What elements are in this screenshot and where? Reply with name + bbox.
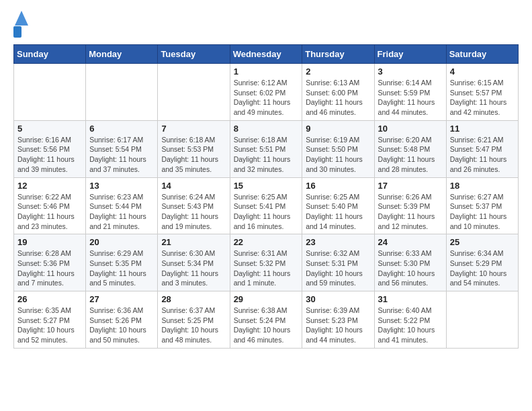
calendar-cell: 1Sunrise: 6:12 AM Sunset: 6:02 PM Daylig… bbox=[230, 64, 302, 121]
logo bbox=[13, 13, 28, 38]
calendar-cell: 10Sunrise: 6:20 AM Sunset: 5:48 PM Dayli… bbox=[374, 120, 446, 177]
calendar-cell: 12Sunrise: 6:22 AM Sunset: 5:46 PM Dayli… bbox=[14, 177, 86, 234]
col-header-saturday: Saturday bbox=[446, 45, 518, 64]
col-header-friday: Friday bbox=[374, 45, 446, 64]
day-number: 22 bbox=[234, 237, 299, 247]
day-info: Sunrise: 6:34 AM Sunset: 5:29 PM Dayligh… bbox=[450, 248, 515, 288]
day-info: Sunrise: 6:38 AM Sunset: 5:24 PM Dayligh… bbox=[234, 306, 299, 345]
calendar-cell: 29Sunrise: 6:38 AM Sunset: 5:24 PM Dayli… bbox=[230, 291, 302, 349]
day-info: Sunrise: 6:26 AM Sunset: 5:39 PM Dayligh… bbox=[378, 192, 443, 232]
day-info: Sunrise: 6:25 AM Sunset: 5:41 PM Dayligh… bbox=[234, 192, 299, 232]
calendar-cell: 14Sunrise: 6:24 AM Sunset: 5:43 PM Dayli… bbox=[158, 177, 230, 234]
svg-marker-0 bbox=[15, 11, 28, 26]
day-info: Sunrise: 6:20 AM Sunset: 5:48 PM Dayligh… bbox=[378, 135, 443, 175]
day-number: 4 bbox=[450, 66, 515, 77]
day-number: 18 bbox=[450, 181, 515, 191]
day-info: Sunrise: 6:24 AM Sunset: 5:43 PM Dayligh… bbox=[161, 192, 226, 232]
day-number: 27 bbox=[89, 294, 154, 304]
day-number: 19 bbox=[17, 237, 82, 247]
calendar-header-row: SundayMondayTuesdayWednesdayThursdayFrid… bbox=[14, 45, 519, 64]
calendar-cell: 5Sunrise: 6:16 AM Sunset: 5:56 PM Daylig… bbox=[14, 120, 86, 177]
calendar-cell: 6Sunrise: 6:17 AM Sunset: 5:54 PM Daylig… bbox=[86, 120, 158, 177]
day-number: 13 bbox=[89, 181, 154, 191]
day-info: Sunrise: 6:32 AM Sunset: 5:31 PM Dayligh… bbox=[306, 248, 370, 288]
col-header-wednesday: Wednesday bbox=[230, 45, 302, 64]
day-info: Sunrise: 6:25 AM Sunset: 5:40 PM Dayligh… bbox=[306, 192, 370, 232]
day-info: Sunrise: 6:35 AM Sunset: 5:27 PM Dayligh… bbox=[17, 306, 82, 345]
day-info: Sunrise: 6:21 AM Sunset: 5:47 PM Dayligh… bbox=[450, 135, 515, 175]
day-number: 3 bbox=[378, 66, 443, 77]
calendar-cell: 17Sunrise: 6:26 AM Sunset: 5:39 PM Dayli… bbox=[374, 177, 446, 234]
day-info: Sunrise: 6:27 AM Sunset: 5:37 PM Dayligh… bbox=[450, 192, 515, 232]
day-info: Sunrise: 6:22 AM Sunset: 5:46 PM Dayligh… bbox=[17, 192, 82, 232]
day-number: 1 bbox=[234, 66, 299, 77]
day-info: Sunrise: 6:12 AM Sunset: 6:02 PM Dayligh… bbox=[234, 78, 299, 118]
day-info: Sunrise: 6:40 AM Sunset: 5:22 PM Dayligh… bbox=[378, 306, 443, 345]
day-number: 16 bbox=[306, 181, 370, 191]
calendar-cell: 4Sunrise: 6:15 AM Sunset: 5:57 PM Daylig… bbox=[446, 64, 518, 121]
day-number: 2 bbox=[306, 66, 370, 77]
day-number: 25 bbox=[450, 237, 515, 247]
day-info: Sunrise: 6:17 AM Sunset: 5:54 PM Dayligh… bbox=[89, 135, 154, 175]
day-number: 8 bbox=[234, 124, 299, 134]
calendar-cell: 16Sunrise: 6:25 AM Sunset: 5:40 PM Dayli… bbox=[302, 177, 374, 234]
calendar-cell: 24Sunrise: 6:33 AM Sunset: 5:30 PM Dayli… bbox=[374, 234, 446, 291]
day-number: 26 bbox=[17, 294, 82, 304]
calendar-cell: 18Sunrise: 6:27 AM Sunset: 5:37 PM Dayli… bbox=[446, 177, 518, 234]
day-number: 24 bbox=[378, 237, 443, 247]
day-number: 17 bbox=[378, 181, 443, 191]
calendar-week-5: 26Sunrise: 6:35 AM Sunset: 5:27 PM Dayli… bbox=[14, 291, 519, 349]
calendar-cell: 28Sunrise: 6:37 AM Sunset: 5:25 PM Dayli… bbox=[158, 291, 230, 349]
calendar-cell: 13Sunrise: 6:23 AM Sunset: 5:44 PM Dayli… bbox=[86, 177, 158, 234]
day-info: Sunrise: 6:36 AM Sunset: 5:26 PM Dayligh… bbox=[89, 306, 154, 345]
logo-blue bbox=[13, 26, 21, 38]
day-info: Sunrise: 6:37 AM Sunset: 5:25 PM Dayligh… bbox=[161, 306, 226, 345]
calendar-cell: 9Sunrise: 6:19 AM Sunset: 5:50 PM Daylig… bbox=[302, 120, 374, 177]
day-info: Sunrise: 6:19 AM Sunset: 5:50 PM Dayligh… bbox=[306, 135, 370, 175]
day-number: 31 bbox=[378, 294, 443, 304]
calendar-cell bbox=[446, 291, 518, 349]
day-number: 20 bbox=[89, 237, 154, 247]
col-header-sunday: Sunday bbox=[14, 45, 86, 64]
calendar-week-3: 12Sunrise: 6:22 AM Sunset: 5:46 PM Dayli… bbox=[14, 177, 519, 234]
calendar-cell: 11Sunrise: 6:21 AM Sunset: 5:47 PM Dayli… bbox=[446, 120, 518, 177]
calendar-cell: 25Sunrise: 6:34 AM Sunset: 5:29 PM Dayli… bbox=[446, 234, 518, 291]
day-info: Sunrise: 6:39 AM Sunset: 5:23 PM Dayligh… bbox=[306, 306, 370, 345]
col-header-thursday: Thursday bbox=[302, 45, 374, 64]
calendar-cell: 26Sunrise: 6:35 AM Sunset: 5:27 PM Dayli… bbox=[14, 291, 86, 349]
day-number: 10 bbox=[378, 124, 443, 134]
day-number: 23 bbox=[306, 237, 370, 247]
calendar-cell: 3Sunrise: 6:14 AM Sunset: 5:59 PM Daylig… bbox=[374, 64, 446, 121]
day-info: Sunrise: 6:15 AM Sunset: 5:57 PM Dayligh… bbox=[450, 78, 515, 118]
day-info: Sunrise: 6:16 AM Sunset: 5:56 PM Dayligh… bbox=[17, 135, 82, 175]
day-info: Sunrise: 6:18 AM Sunset: 5:51 PM Dayligh… bbox=[234, 135, 299, 175]
calendar-cell: 19Sunrise: 6:28 AM Sunset: 5:36 PM Dayli… bbox=[14, 234, 86, 291]
calendar-cell: 27Sunrise: 6:36 AM Sunset: 5:26 PM Dayli… bbox=[86, 291, 158, 349]
day-number: 28 bbox=[161, 294, 226, 304]
day-number: 21 bbox=[161, 237, 226, 247]
calendar-cell: 31Sunrise: 6:40 AM Sunset: 5:22 PM Dayli… bbox=[374, 291, 446, 349]
calendar-cell: 15Sunrise: 6:25 AM Sunset: 5:41 PM Dayli… bbox=[230, 177, 302, 234]
calendar-table: SundayMondayTuesdayWednesdayThursdayFrid… bbox=[13, 44, 519, 349]
calendar-week-2: 5Sunrise: 6:16 AM Sunset: 5:56 PM Daylig… bbox=[14, 120, 519, 177]
day-info: Sunrise: 6:14 AM Sunset: 5:59 PM Dayligh… bbox=[378, 78, 443, 118]
day-number: 7 bbox=[161, 124, 226, 134]
day-number: 9 bbox=[306, 124, 370, 134]
col-header-monday: Monday bbox=[86, 45, 158, 64]
day-number: 14 bbox=[161, 181, 226, 191]
day-info: Sunrise: 6:28 AM Sunset: 5:36 PM Dayligh… bbox=[17, 248, 82, 288]
calendar-week-4: 19Sunrise: 6:28 AM Sunset: 5:36 PM Dayli… bbox=[14, 234, 519, 291]
calendar-cell: 22Sunrise: 6:31 AM Sunset: 5:32 PM Dayli… bbox=[230, 234, 302, 291]
day-info: Sunrise: 6:18 AM Sunset: 5:53 PM Dayligh… bbox=[161, 135, 226, 175]
calendar-cell: 21Sunrise: 6:30 AM Sunset: 5:34 PM Dayli… bbox=[158, 234, 230, 291]
calendar-cell: 30Sunrise: 6:39 AM Sunset: 5:23 PM Dayli… bbox=[302, 291, 374, 349]
calendar-cell: 7Sunrise: 6:18 AM Sunset: 5:53 PM Daylig… bbox=[158, 120, 230, 177]
calendar-cell: 23Sunrise: 6:32 AM Sunset: 5:31 PM Dayli… bbox=[302, 234, 374, 291]
day-info: Sunrise: 6:31 AM Sunset: 5:32 PM Dayligh… bbox=[234, 248, 299, 288]
calendar-cell bbox=[158, 64, 230, 121]
day-info: Sunrise: 6:30 AM Sunset: 5:34 PM Dayligh… bbox=[161, 248, 226, 288]
day-number: 30 bbox=[306, 294, 370, 304]
calendar-cell: 2Sunrise: 6:13 AM Sunset: 6:00 PM Daylig… bbox=[302, 64, 374, 121]
calendar-cell bbox=[14, 64, 86, 121]
day-number: 11 bbox=[450, 124, 515, 134]
